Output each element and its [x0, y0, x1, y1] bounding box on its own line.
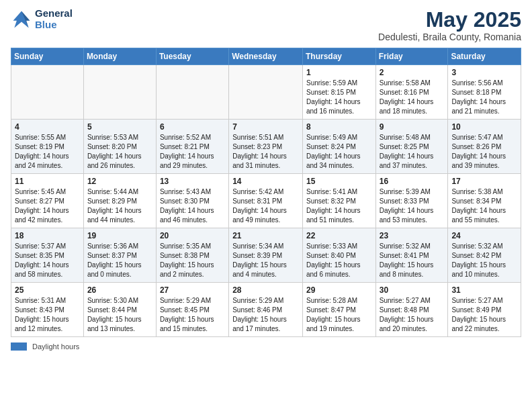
legend-label: Daylight hours: [32, 342, 79, 351]
day-info: Sunrise: 5:56 AM Sunset: 8:18 PM Dayligh…: [451, 79, 517, 116]
day-info: Sunrise: 5:42 AM Sunset: 8:31 PM Dayligh…: [232, 187, 299, 225]
day-number: 26: [87, 285, 152, 295]
day-info: Sunrise: 5:41 AM Sunset: 8:32 PM Dayligh…: [306, 187, 372, 225]
day-info: Sunrise: 5:51 AM Sunset: 8:23 PM Dayligh…: [232, 133, 299, 171]
day-number: 8: [306, 122, 372, 132]
day-cell: 25Sunrise: 5:31 AM Sunset: 8:43 PM Dayli…: [11, 283, 84, 337]
logo-blue: Blue: [35, 19, 73, 31]
col-header-saturday: Saturday: [448, 48, 521, 65]
day-cell: 10Sunrise: 5:47 AM Sunset: 8:26 PM Dayli…: [448, 120, 521, 174]
day-number: 31: [451, 285, 517, 295]
day-cell: 7Sunrise: 5:51 AM Sunset: 8:23 PM Daylig…: [229, 120, 303, 174]
main-title: May 2025: [378, 8, 521, 32]
day-number: 30: [380, 285, 445, 295]
day-info: Sunrise: 5:31 AM Sunset: 8:43 PM Dayligh…: [15, 296, 80, 334]
day-cell: 23Sunrise: 5:32 AM Sunset: 8:41 PM Dayli…: [375, 228, 448, 283]
day-number: 29: [306, 285, 372, 295]
day-info: Sunrise: 5:33 AM Sunset: 8:40 PM Dayligh…: [306, 242, 372, 279]
day-number: 1: [306, 68, 372, 77]
day-info: Sunrise: 5:44 AM Sunset: 8:29 PM Dayligh…: [87, 187, 152, 225]
title-block: May 2025 Dedulesti, Braila County, Roman…: [378, 8, 521, 42]
day-number: 3: [451, 68, 517, 77]
logo-general: General: [35, 8, 73, 19]
day-number: 23: [380, 231, 445, 240]
logo: General Blue: [11, 8, 73, 30]
day-cell: 9Sunrise: 5:48 AM Sunset: 8:25 PM Daylig…: [375, 120, 448, 174]
day-cell: 27Sunrise: 5:29 AM Sunset: 8:45 PM Dayli…: [156, 283, 228, 337]
week-row-5: 25Sunrise: 5:31 AM Sunset: 8:43 PM Dayli…: [11, 283, 521, 337]
day-info: Sunrise: 5:36 AM Sunset: 8:37 PM Dayligh…: [87, 242, 152, 279]
header-row: SundayMondayTuesdayWednesdayThursdayFrid…: [11, 48, 521, 65]
day-number: 10: [451, 122, 517, 132]
day-cell: 13Sunrise: 5:43 AM Sunset: 8:30 PM Dayli…: [156, 174, 228, 228]
day-number: 22: [306, 231, 372, 240]
day-cell: 26Sunrise: 5:30 AM Sunset: 8:44 PM Dayli…: [83, 283, 156, 337]
day-cell: 16Sunrise: 5:39 AM Sunset: 8:33 PM Dayli…: [375, 174, 448, 228]
day-cell: 6Sunrise: 5:52 AM Sunset: 8:21 PM Daylig…: [156, 120, 228, 174]
day-info: Sunrise: 5:49 AM Sunset: 8:24 PM Dayligh…: [306, 133, 372, 171]
day-cell: 19Sunrise: 5:36 AM Sunset: 8:37 PM Dayli…: [83, 228, 156, 283]
day-number: 15: [306, 177, 372, 186]
day-info: Sunrise: 5:45 AM Sunset: 8:27 PM Dayligh…: [15, 187, 80, 225]
day-number: 6: [160, 122, 225, 132]
page: General Blue May 2025 Dedulesti, Braila …: [0, 0, 532, 361]
legend-box: [11, 342, 27, 351]
day-info: Sunrise: 5:29 AM Sunset: 8:45 PM Dayligh…: [160, 296, 225, 334]
day-number: 27: [160, 285, 225, 295]
week-row-1: 1Sunrise: 5:59 AM Sunset: 8:15 PM Daylig…: [11, 65, 521, 120]
day-cell: [156, 65, 228, 120]
day-info: Sunrise: 5:29 AM Sunset: 8:46 PM Dayligh…: [232, 296, 299, 334]
day-info: Sunrise: 5:53 AM Sunset: 8:20 PM Dayligh…: [87, 133, 152, 171]
day-cell: 4Sunrise: 5:55 AM Sunset: 8:19 PM Daylig…: [11, 120, 84, 174]
logo-icon: [11, 9, 32, 30]
day-number: 24: [451, 231, 517, 240]
day-cell: 1Sunrise: 5:59 AM Sunset: 8:15 PM Daylig…: [302, 65, 375, 120]
day-cell: 24Sunrise: 5:32 AM Sunset: 8:42 PM Dayli…: [448, 228, 521, 283]
subtitle: Dedulesti, Braila County, Romania: [378, 32, 521, 42]
day-cell: 15Sunrise: 5:41 AM Sunset: 8:32 PM Dayli…: [302, 174, 375, 228]
day-number: 11: [15, 177, 80, 186]
day-info: Sunrise: 5:58 AM Sunset: 8:16 PM Dayligh…: [380, 79, 445, 116]
day-number: 21: [232, 231, 299, 240]
day-info: Sunrise: 5:34 AM Sunset: 8:39 PM Dayligh…: [232, 242, 299, 279]
week-row-3: 11Sunrise: 5:45 AM Sunset: 8:27 PM Dayli…: [11, 174, 521, 228]
day-cell: 11Sunrise: 5:45 AM Sunset: 8:27 PM Dayli…: [11, 174, 84, 228]
day-number: 4: [15, 122, 80, 132]
day-cell: [11, 65, 84, 120]
day-number: 16: [380, 177, 445, 186]
day-number: 14: [232, 177, 299, 186]
day-number: 28: [232, 285, 299, 295]
day-cell: 31Sunrise: 5:27 AM Sunset: 8:49 PM Dayli…: [448, 283, 521, 337]
day-info: Sunrise: 5:27 AM Sunset: 8:49 PM Dayligh…: [451, 296, 517, 334]
day-info: Sunrise: 5:48 AM Sunset: 8:25 PM Dayligh…: [380, 133, 445, 171]
day-number: 2: [380, 68, 445, 77]
day-cell: 29Sunrise: 5:28 AM Sunset: 8:47 PM Dayli…: [302, 283, 375, 337]
col-header-tuesday: Tuesday: [156, 48, 228, 65]
day-cell: 30Sunrise: 5:27 AM Sunset: 8:48 PM Dayli…: [375, 283, 448, 337]
day-info: Sunrise: 5:47 AM Sunset: 8:26 PM Dayligh…: [451, 133, 517, 171]
day-number: 9: [380, 122, 445, 132]
day-cell: 21Sunrise: 5:34 AM Sunset: 8:39 PM Dayli…: [229, 228, 303, 283]
col-header-thursday: Thursday: [302, 48, 375, 65]
week-row-4: 18Sunrise: 5:37 AM Sunset: 8:35 PM Dayli…: [11, 228, 521, 283]
day-number: 18: [15, 231, 80, 240]
col-header-monday: Monday: [83, 48, 156, 65]
week-row-2: 4Sunrise: 5:55 AM Sunset: 8:19 PM Daylig…: [11, 120, 521, 174]
day-cell: 12Sunrise: 5:44 AM Sunset: 8:29 PM Dayli…: [83, 174, 156, 228]
col-header-wednesday: Wednesday: [229, 48, 303, 65]
col-header-friday: Friday: [375, 48, 448, 65]
day-cell: 2Sunrise: 5:58 AM Sunset: 8:16 PM Daylig…: [375, 65, 448, 120]
day-info: Sunrise: 5:52 AM Sunset: 8:21 PM Dayligh…: [160, 133, 225, 171]
day-cell: 5Sunrise: 5:53 AM Sunset: 8:20 PM Daylig…: [83, 120, 156, 174]
day-info: Sunrise: 5:38 AM Sunset: 8:34 PM Dayligh…: [451, 187, 517, 225]
day-info: Sunrise: 5:59 AM Sunset: 8:15 PM Dayligh…: [306, 79, 372, 116]
day-info: Sunrise: 5:35 AM Sunset: 8:38 PM Dayligh…: [160, 242, 225, 279]
legend: Daylight hours: [11, 342, 521, 351]
day-cell: 20Sunrise: 5:35 AM Sunset: 8:38 PM Dayli…: [156, 228, 228, 283]
header: General Blue May 2025 Dedulesti, Braila …: [11, 8, 521, 42]
logo-text: General Blue: [35, 8, 73, 30]
day-number: 25: [15, 285, 80, 295]
day-number: 7: [232, 122, 299, 132]
day-cell: 8Sunrise: 5:49 AM Sunset: 8:24 PM Daylig…: [302, 120, 375, 174]
day-cell: 18Sunrise: 5:37 AM Sunset: 8:35 PM Dayli…: [11, 228, 84, 283]
